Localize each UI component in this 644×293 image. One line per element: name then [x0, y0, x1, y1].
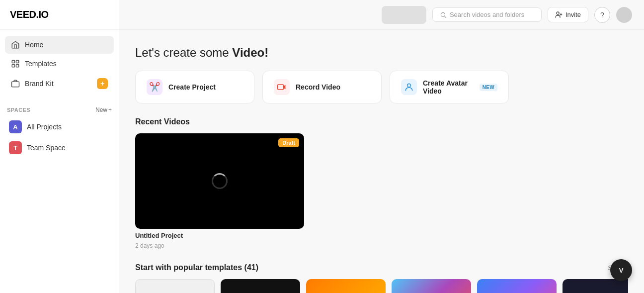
- help-button[interactable]: ?: [594, 7, 610, 23]
- record-icon: [274, 79, 290, 95]
- spaces-label: SPACES: [7, 107, 30, 113]
- user-avatar[interactable]: [616, 7, 632, 23]
- draft-badge: Draft: [278, 138, 299, 147]
- svg-rect-1: [16, 60, 19, 63]
- svg-point-6: [557, 12, 559, 14]
- template-card-2[interactable]: #pridemonth: [306, 279, 386, 293]
- templates-row: #pridemonth CELEBRATINGPRIDE: [135, 279, 628, 293]
- page-title: Let's create some Video!: [135, 46, 628, 60]
- avatar-icon: [401, 79, 417, 95]
- svg-point-8: [407, 84, 411, 87]
- page-title-bold: Video!: [232, 46, 268, 59]
- loading-spinner: [212, 173, 228, 189]
- sidebar-nav: Home Templates Brand Kit: [0, 30, 119, 99]
- sidebar-item-all-projects[interactable]: A All Projects: [2, 116, 117, 137]
- search-icon: [440, 11, 447, 18]
- sidebar-item-team-space[interactable]: T Team Space: [2, 137, 117, 158]
- avatar-new-badge: NEW: [480, 84, 497, 91]
- sidebar-item-home[interactable]: Home: [5, 36, 114, 54]
- sidebar-item-templates[interactable]: Templates: [5, 55, 114, 73]
- svg-point-5: [441, 12, 445, 16]
- record-video-label: Record Video: [296, 83, 340, 91]
- template-card-3[interactable]: [392, 279, 471, 293]
- video-card-time: 2 days ago: [135, 242, 304, 249]
- sidebar-templates-label: Templates: [25, 60, 57, 68]
- search-placeholder-text: Search videos and folders: [450, 11, 524, 18]
- templates-icon: [11, 59, 20, 68]
- sidebar: VEED.IO Home Templates: [0, 0, 119, 293]
- sidebar-brand-kit-label: Brand Kit: [25, 80, 92, 88]
- svg-rect-7: [278, 85, 284, 90]
- spaces-new-button[interactable]: New +: [95, 106, 112, 113]
- svg-rect-4: [12, 82, 19, 87]
- recent-videos-row: Draft Untitled Project 2 days ago: [135, 133, 628, 249]
- create-avatar-card[interactable]: Create Avatar Video NEW: [390, 71, 509, 103]
- header: Search videos and folders Invite ?: [119, 0, 644, 30]
- invite-label: Invite: [565, 11, 581, 18]
- templates-section-header: Start with popular templates (41) See Al…: [135, 263, 628, 272]
- create-avatar-label: Create Avatar Video: [423, 79, 472, 95]
- video-card-title: Untitled Project: [135, 232, 304, 239]
- create-project-card[interactable]: ✂️ Create Project: [135, 71, 254, 103]
- brand-kit-badge: +: [97, 78, 108, 89]
- template-card-5[interactable]: [563, 279, 628, 293]
- template-card-4[interactable]: CELEBRATINGPRIDE: [477, 279, 557, 293]
- veed-fab-label: V: [619, 267, 624, 274]
- header-grey-box: [382, 6, 426, 24]
- main-content: Search videos and folders Invite ? Let's…: [119, 0, 644, 293]
- recent-videos-title: Recent Videos: [135, 117, 628, 126]
- video-card[interactable]: Draft Untitled Project 2 days ago: [135, 133, 304, 249]
- page-title-static: Let's create some: [135, 46, 232, 59]
- spaces-new-plus-icon: +: [108, 106, 112, 113]
- svg-rect-0: [12, 60, 14, 63]
- template-card-1[interactable]: [221, 279, 300, 293]
- all-projects-label: All Projects: [27, 123, 62, 131]
- create-project-label: Create Project: [168, 83, 216, 91]
- spaces-header: SPACES New +: [0, 99, 119, 116]
- brand-kit-icon: [11, 79, 20, 88]
- logo: VEED.IO: [0, 0, 119, 30]
- content-area: Let's create some Video! ✂️ Create Proje…: [119, 30, 644, 293]
- scissors-icon: ✂️: [147, 79, 162, 95]
- video-thumbnail: Draft: [135, 133, 304, 229]
- sidebar-home-label: Home: [25, 41, 43, 49]
- team-space-avatar: T: [9, 141, 22, 154]
- spaces-new-label: New: [95, 106, 107, 113]
- template-card-0[interactable]: [135, 279, 215, 293]
- sidebar-item-brand-kit[interactable]: Brand Kit +: [5, 74, 114, 94]
- invite-icon: [555, 11, 563, 18]
- team-space-label: Team Space: [27, 144, 66, 152]
- svg-rect-2: [12, 65, 14, 67]
- search-bar[interactable]: Search videos and folders: [432, 7, 542, 22]
- help-icon: ?: [600, 11, 604, 19]
- templates-title: Start with popular templates (41): [135, 263, 258, 272]
- veed-fab[interactable]: V: [610, 259, 632, 281]
- home-icon: [11, 40, 20, 49]
- record-video-card[interactable]: Record Video: [262, 71, 382, 103]
- action-cards: ✂️ Create Project Record Video: [135, 71, 628, 103]
- svg-rect-3: [16, 65, 19, 67]
- all-projects-avatar: A: [9, 120, 22, 133]
- invite-button[interactable]: Invite: [548, 7, 588, 22]
